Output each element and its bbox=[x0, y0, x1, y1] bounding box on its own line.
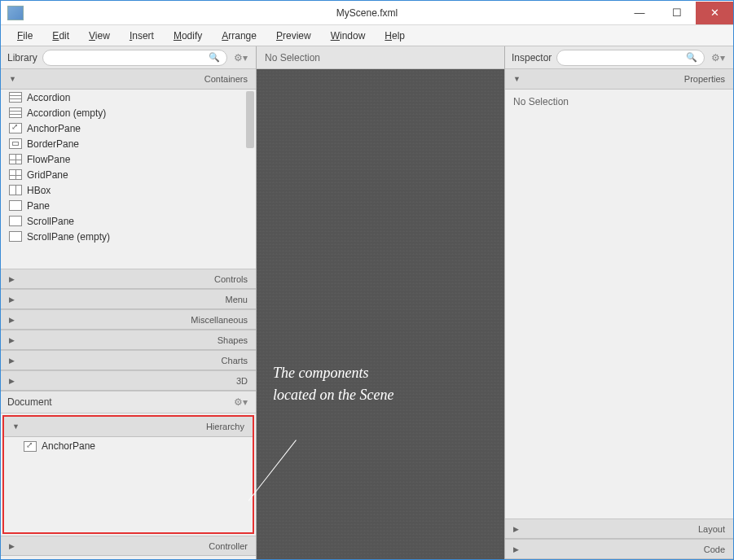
anchorpane-icon bbox=[24, 441, 37, 452]
menu-view[interactable]: View bbox=[81, 28, 118, 44]
section-controls[interactable]: ▶ Controls bbox=[1, 269, 256, 289]
window-controls: — ☐ ✕ bbox=[621, 2, 733, 24]
status-text: No Selection bbox=[265, 52, 320, 63]
menu-modify[interactable]: Modify bbox=[165, 28, 210, 44]
menu-help[interactable]: Help bbox=[376, 28, 413, 44]
library-item[interactable]: FlowPane bbox=[1, 151, 256, 167]
document-gear-icon[interactable]: ⚙▾ bbox=[232, 396, 249, 408]
section-miscellaneous[interactable]: ▶ Miscellaneous bbox=[1, 309, 256, 330]
menubar: FileEditViewInsertModifyArrangePreviewWi… bbox=[1, 25, 733, 46]
menu-arrange[interactable]: Arrange bbox=[213, 28, 265, 44]
selection-status: No Selection bbox=[257, 46, 504, 69]
chevron-right-icon: ▶ bbox=[9, 357, 15, 365]
library-item-label: ScrollPane (empty) bbox=[27, 231, 110, 243]
library-title: Library bbox=[7, 52, 37, 63]
library-list: AccordionAccordion (empty)AnchorPaneBord… bbox=[1, 90, 256, 269]
library-item-label: FlowPane bbox=[27, 154, 70, 165]
chevron-right-icon: ▶ bbox=[513, 525, 519, 533]
section-label: Containers bbox=[204, 74, 248, 84]
plain-icon bbox=[9, 231, 22, 242]
design-canvas[interactable]: The components located on the Scene bbox=[257, 69, 504, 559]
annotation-text: The components located on the Scene bbox=[273, 362, 393, 406]
titlebar: MyScene.fxml — ☐ ✕ bbox=[1, 1, 733, 25]
document-title: Document bbox=[7, 396, 52, 408]
section-label: Properties bbox=[684, 74, 725, 84]
library-item-label: GridPane bbox=[27, 169, 68, 181]
chevron-right-icon: ▶ bbox=[9, 316, 15, 324]
chevron-right-icon: ▶ bbox=[9, 542, 15, 550]
chevron-right-icon: ▶ bbox=[513, 545, 519, 553]
plain-icon bbox=[9, 216, 22, 226]
library-item[interactable]: Accordion bbox=[1, 90, 256, 105]
search-icon: 🔍 bbox=[686, 52, 697, 63]
chevron-down-icon: ▼ bbox=[9, 75, 16, 83]
inspector-noselection: No Selection bbox=[513, 96, 569, 107]
stack-icon bbox=[9, 92, 22, 103]
library-item[interactable]: GridPane bbox=[1, 167, 256, 182]
border-icon bbox=[9, 138, 22, 149]
inspector-gear-icon[interactable]: ⚙▾ bbox=[710, 52, 727, 63]
library-item[interactable]: ScrollPane bbox=[1, 213, 256, 229]
library-item[interactable]: BorderPane bbox=[1, 136, 256, 151]
library-item-label: AnchorPane bbox=[27, 123, 81, 134]
library-item[interactable]: AnchorPane bbox=[1, 120, 256, 136]
close-button[interactable]: ✕ bbox=[696, 2, 733, 24]
section-controller[interactable]: ▶ Controller bbox=[1, 536, 256, 556]
grid-icon bbox=[9, 154, 22, 164]
chevron-right-icon: ▶ bbox=[9, 336, 15, 344]
menu-preview[interactable]: Preview bbox=[268, 28, 319, 44]
section-layout[interactable]: ▶ Layout bbox=[505, 518, 733, 539]
chevron-down-icon: ▼ bbox=[513, 75, 521, 83]
section-shapes[interactable]: ▶ Shapes bbox=[1, 330, 256, 350]
minimize-button[interactable]: — bbox=[621, 2, 658, 24]
section-label: 3D bbox=[236, 376, 248, 386]
inspector-search-input[interactable]: 🔍 bbox=[556, 50, 705, 66]
inspector-title: Inspector bbox=[512, 52, 552, 63]
library-item[interactable]: Accordion (empty) bbox=[1, 105, 256, 120]
inspector-header: Inspector 🔍 ⚙▾ bbox=[505, 46, 733, 69]
chevron-right-icon: ▶ bbox=[9, 275, 15, 283]
hierarchy-item-label: AnchorPane bbox=[42, 440, 95, 452]
section-label: Hierarchy bbox=[206, 422, 244, 431]
inspector-body: No Selection bbox=[505, 90, 733, 114]
chevron-right-icon: ▶ bbox=[9, 295, 15, 304]
menu-file[interactable]: File bbox=[9, 28, 41, 44]
maximize-button[interactable]: ☐ bbox=[658, 2, 696, 24]
section-containers[interactable]: ▼ Containers bbox=[1, 69, 256, 90]
section-label: Shapes bbox=[218, 335, 248, 345]
library-item-label: BorderPane bbox=[27, 138, 79, 150]
section-label: Code bbox=[704, 545, 725, 554]
section-label: Controls bbox=[214, 274, 248, 284]
library-item[interactable]: Pane bbox=[1, 198, 256, 213]
menu-edit[interactable]: Edit bbox=[44, 28, 77, 44]
section-charts[interactable]: ▶ Charts bbox=[1, 350, 256, 370]
chevron-down-icon: ▼ bbox=[12, 422, 20, 431]
section-label: Controller bbox=[209, 541, 248, 551]
scrollbar-thumb[interactable] bbox=[246, 91, 254, 148]
library-item-label: Accordion bbox=[27, 92, 70, 103]
library-item-label: HBox bbox=[27, 185, 51, 196]
grid-icon bbox=[9, 169, 22, 180]
document-header: Document ⚙▾ bbox=[1, 391, 256, 413]
section-properties[interactable]: ▼ Properties bbox=[505, 69, 733, 90]
library-item-label: Accordion (empty) bbox=[27, 107, 106, 119]
section-label: Miscellaneous bbox=[191, 315, 248, 325]
library-gear-icon[interactable]: ⚙▾ bbox=[232, 52, 249, 63]
menu-window[interactable]: Window bbox=[323, 28, 374, 44]
anchor-icon bbox=[9, 123, 22, 133]
section-code[interactable]: ▶ Code bbox=[505, 539, 733, 559]
stack-icon bbox=[9, 107, 22, 118]
hierarchy-item-root[interactable]: AnchorPane bbox=[4, 437, 253, 452]
section-hierarchy[interactable]: ▼ Hierarchy bbox=[4, 417, 253, 437]
library-item-label: ScrollPane bbox=[27, 216, 74, 227]
library-item[interactable]: ScrollPane (empty) bbox=[1, 229, 256, 244]
section-label: Charts bbox=[222, 356, 248, 365]
hierarchy-panel: ▼ Hierarchy AnchorPane bbox=[2, 415, 254, 534]
menu-insert[interactable]: Insert bbox=[121, 28, 162, 44]
library-item[interactable]: HBox bbox=[1, 182, 256, 198]
app-icon bbox=[7, 6, 24, 20]
section-3d[interactable]: ▶ 3D bbox=[1, 370, 256, 391]
section-menu[interactable]: ▶ Menu bbox=[1, 289, 256, 309]
hbox-icon bbox=[9, 185, 22, 195]
library-search-input[interactable]: 🔍 bbox=[42, 50, 227, 66]
